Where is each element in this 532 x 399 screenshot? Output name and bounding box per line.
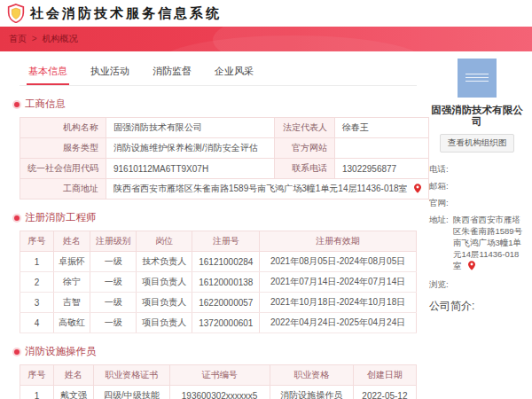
address-cell: 陕西省西安市雁塔区朱雀南路1589号南飞鸿广场3幢1单元14层11436-018…: [106, 179, 429, 200]
sidebar-website-field: 官网:: [429, 197, 525, 208]
sidebar-views-field: 浏览:: [429, 278, 525, 290]
app-header: 社会消防技术服务信息系统: [0, 0, 532, 27]
table-row: 2 徐宁 一级 项目负责人 16120000138 2021年07月14日-20…: [20, 272, 417, 293]
cell-no: 4: [20, 313, 54, 333]
service-type-label: 服务类型: [20, 138, 106, 159]
breadcrumb-separator: >: [32, 34, 37, 43]
cell-cert-no: 193600302xxxxxx5: [169, 386, 270, 399]
table-row: 1 戴文强 四级/中级技能 193600302xxxxxx5 消防设施操作员 2…: [20, 386, 417, 399]
cell-created: 2022-05-12: [353, 386, 416, 399]
sidebar-address-field: 地址: 陕西省西安市雁塔区朱雀南路1589号南飞鸿广场3幢1单元14层11436…: [429, 214, 525, 273]
cell-level: 一级: [90, 272, 137, 293]
sidebar-address-label: 地址:: [429, 214, 453, 273]
phone-value: 13022956877: [335, 159, 429, 179]
operators-table: 序号 姓名 职业资格证书 证书编号 职业资格 创建日期 1 戴文强 四级/中级技…: [20, 364, 417, 399]
cell-name: 卓振怀: [54, 252, 90, 272]
website-value: [335, 138, 429, 159]
cell-level: 一级: [90, 293, 137, 313]
bullet-dot-icon: [14, 215, 20, 221]
legal-rep-value: 徐春王: [335, 118, 429, 138]
sidebar-views-value: [453, 278, 525, 290]
col-position: 岗位: [137, 231, 192, 252]
cell-name: 徐宁: [54, 272, 90, 293]
sidebar-phone-value: [453, 163, 525, 175]
address-value: 陕西省西安市雁塔区朱雀南路1589号南飞鸿广场3幢1单元14层11436-018…: [113, 184, 408, 193]
cell-position: 项目负责人: [137, 272, 192, 293]
sidebar-website-value: [453, 197, 525, 208]
cell-no: 1: [20, 252, 54, 272]
section-engineers: 注册消防工程师: [14, 211, 417, 224]
sidebar-phone-field: 电话:: [429, 163, 525, 175]
sidebar-address-value: 陕西省西安市雁塔区朱雀南路1589号南飞鸿广场3幢1单元14层11436-018…: [453, 214, 525, 273]
org-name-value: 固强消防技术有限公司: [106, 118, 275, 138]
cell-no: 1: [20, 386, 54, 399]
col-qual: 职业资格: [270, 365, 353, 386]
cell-qual: 消防设施操作员: [270, 386, 353, 399]
table-row: 服务类型 消防设施维护保养检测/消防安全评估 官方网站: [20, 138, 429, 159]
col-name: 姓名: [54, 231, 90, 252]
cell-valid: 2021年10月18日-2024年10月18日: [260, 293, 417, 313]
col-reg-no: 注册号: [192, 231, 260, 252]
cell-name: 吉智: [54, 293, 90, 313]
location-pin-icon[interactable]: [414, 184, 421, 195]
tab-basic-info[interactable]: 基本信息: [27, 60, 69, 85]
banner: 首页 > 机构概况: [0, 27, 532, 51]
sidebar-views-label: 浏览:: [429, 278, 453, 290]
company-sidebar: 固强消防技术有限公司 查看机构组织图 电话: 邮箱: 官网: 地址: 陕西省西安…: [424, 51, 528, 399]
location-pin-icon[interactable]: [468, 261, 475, 273]
shield-logo-icon: [7, 4, 25, 23]
col-no: 序号: [20, 365, 54, 386]
credit-code-label: 统一社会信用代码: [20, 159, 106, 179]
logo-placeholder-text: [466, 74, 489, 82]
col-created: 创建日期: [353, 365, 416, 386]
org-name-label: 机构名称: [20, 118, 106, 138]
table-header-row: 序号 姓名 职业资格证书 证书编号 职业资格 创建日期: [20, 365, 417, 386]
main-column: 基本信息 执业活动 消防监督 企业风采 工商信息 机构名称 固强消防技术有限公司…: [7, 51, 424, 399]
cell-position: 技术负责人: [137, 252, 192, 272]
cell-position: 项目负责人: [137, 313, 192, 333]
content: 基本信息 执业活动 消防监督 企业风采 工商信息 机构名称 固强消防技术有限公司…: [0, 51, 532, 399]
business-info-table: 机构名称 固强消防技术有限公司 法定代表人 徐春王 服务类型 消防设施维护保养检…: [20, 117, 429, 200]
sidebar-company-name: 固强消防技术有限公司: [429, 105, 525, 128]
website-label: 官方网站: [275, 138, 335, 159]
table-row: 统一社会信用代码 91610112MA6TT9X07H 联系电话 1302295…: [20, 159, 429, 179]
view-org-chart-button[interactable]: 查看机构组织图: [440, 134, 515, 153]
tab-bar: 基本信息 执业活动 消防监督 企业风采: [20, 60, 417, 86]
tab-practice-activity[interactable]: 执业活动: [89, 60, 131, 85]
col-no: 序号: [20, 231, 54, 252]
cell-reg-no: 13720000601: [192, 313, 260, 333]
section-engineers-label: 注册消防工程师: [25, 211, 97, 224]
tab-company-showcase[interactable]: 企业风采: [213, 60, 255, 85]
breadcrumb-home-link[interactable]: 首页: [9, 34, 27, 43]
table-header-row: 序号 姓名 注册级别 岗位 注册号 注册有效期: [20, 231, 417, 252]
sidebar-website-label: 官网:: [429, 197, 453, 208]
sidebar-email-field: 邮箱:: [429, 180, 525, 192]
section-business-info: 工商信息: [14, 98, 417, 111]
section-operators: 消防设施操作员: [14, 345, 417, 358]
table-row: 3 吉智 一级 项目负责人 16220000057 2021年10月18日-20…: [20, 293, 417, 313]
sidebar-email-value: [453, 180, 525, 192]
section-operators-label: 消防设施操作员: [25, 345, 97, 358]
credit-code-value: 91610112MA6TT9X07H: [106, 159, 275, 179]
cell-cert: 四级/中级技能: [94, 386, 169, 399]
breadcrumb: 首页 > 机构概况: [9, 33, 77, 45]
table-row: 4 高敬红 一级 项目负责人 13720000601 2022年04月24日-2…: [20, 313, 417, 333]
cell-reg-no: 16121000284: [192, 252, 260, 272]
col-name: 姓名: [54, 365, 94, 386]
cell-reg-no: 16220000057: [192, 293, 260, 313]
bullet-dot-icon: [14, 349, 20, 355]
section-business-info-label: 工商信息: [25, 98, 66, 111]
table-row: 机构名称 固强消防技术有限公司 法定代表人 徐春王: [20, 118, 429, 138]
engineers-table: 序号 姓名 注册级别 岗位 注册号 注册有效期 1 卓振怀 一级 技术负责人 1…: [20, 231, 417, 333]
cell-position: 项目负责人: [137, 293, 192, 313]
cell-level: 一级: [90, 313, 137, 333]
company-logo-image: [458, 59, 497, 98]
service-type-value: 消防设施维护保养检测/消防安全评估: [106, 138, 275, 159]
cell-name: 高敬红: [54, 313, 90, 333]
tab-fire-supervision[interactable]: 消防监督: [151, 60, 193, 85]
cell-name: 戴文强: [54, 386, 94, 399]
company-profile-title: 公司简介:: [429, 299, 525, 314]
table-row: 1 卓振怀 一级 技术负责人 16121000284 2021年08月05日-2…: [20, 252, 417, 272]
table-row: 工商地址 陕西省西安市雁塔区朱雀南路1589号南飞鸿广场3幢1单元14层1143…: [20, 179, 429, 200]
col-valid: 注册有效期: [260, 231, 417, 252]
